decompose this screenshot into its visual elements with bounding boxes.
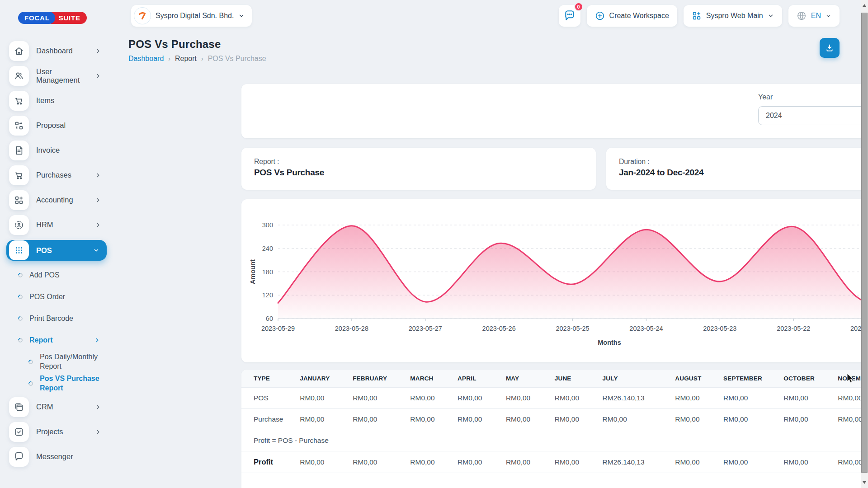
language-selector[interactable]: EN — [788, 5, 840, 27]
sidebar-item-label: HRM — [36, 221, 95, 229]
app-window: FOCAL SUITE DashboardUser ManagementItem… — [0, 0, 868, 488]
column-header-march: MARCH — [410, 370, 458, 388]
invoice-icon — [9, 141, 29, 160]
duration-label: Duration : — [619, 158, 868, 166]
chevron-down-icon — [826, 13, 831, 19]
chevron-down-icon — [93, 247, 99, 253]
focal-suite-logo[interactable]: FOCAL SUITE — [18, 12, 87, 24]
page-title: POS Vs Purchase — [128, 38, 266, 51]
workspace-logo — [134, 7, 151, 24]
plus-circle-icon — [595, 11, 605, 21]
sidebar-item-projects[interactable]: Projects — [0, 419, 113, 444]
column-header-january: JANUARY — [300, 370, 353, 388]
sidebar-item-items[interactable]: Items — [0, 88, 113, 113]
duration-value: Jan-2024 to Dec-2024 — [619, 168, 868, 178]
breadcrumb-dashboard-link[interactable]: Dashboard — [128, 55, 164, 63]
y-tick-label: 240 — [262, 245, 273, 252]
sidebar-item-user-management[interactable]: User Management — [0, 63, 113, 88]
sidebar-item-accounting[interactable]: Accounting — [0, 188, 113, 212]
sidebar-item-pos-order[interactable]: POS Order — [0, 286, 113, 308]
crm-icon — [9, 397, 29, 417]
sidebar-item-purchases[interactable]: Purchases — [0, 163, 113, 188]
home-icon — [9, 41, 29, 61]
chevron-right-icon — [95, 73, 101, 79]
grid-plus-icon — [692, 11, 702, 21]
sidebar-item-report[interactable]: Report — [0, 329, 113, 351]
sidebar-item-invoice[interactable]: Invoice — [0, 138, 113, 163]
sidebar-item-messenger[interactable]: Messenger — [0, 444, 113, 469]
x-tick-label: 2023-05-26 — [482, 325, 516, 332]
chevron-down-icon — [238, 13, 245, 19]
formula-note: Profit = POS - Purchase — [241, 430, 868, 451]
sidebar-item-label: Invoice — [36, 146, 113, 155]
table-row-formula-note: Profit = POS - Purchase — [241, 430, 868, 451]
table-row-profit[interactable]: ProfitRM0,00RM0,00RM0,00RM0,00RM0,00RM0,… — [241, 451, 868, 473]
column-header-june: JUNE — [555, 370, 603, 388]
column-header-april: APRIL — [458, 370, 506, 388]
sidebar-nav: DashboardUser ManagementItemsProposalInv… — [0, 38, 113, 469]
amount-cell: RM0,00 — [300, 388, 353, 409]
web-main-selector[interactable]: Syspro Web Main — [684, 5, 782, 27]
amount-cell: RM0,00 — [723, 451, 783, 473]
main-area: Syspro Digital Sdn. Bhd. 0 Create Worksp… — [113, 0, 861, 488]
chat-button[interactable]: 0 — [559, 5, 580, 27]
chevron-right-icon — [95, 197, 101, 203]
breadcrumb-report-link[interactable]: Report — [175, 55, 197, 63]
amount-cell: RM26.140,13 — [603, 388, 675, 409]
filter-card: Year 2024 — [241, 84, 868, 138]
sidebar-item-proposal[interactable]: Proposal — [0, 113, 113, 138]
column-header-august: AUGUST — [675, 370, 723, 388]
year-select[interactable]: 2024 — [758, 106, 868, 125]
download-report-button[interactable] — [820, 38, 840, 58]
column-header-july: JULY — [603, 370, 675, 388]
report-value: POS Vs Purchase — [254, 168, 583, 178]
sidebar-item-add-pos[interactable]: Add POS — [0, 264, 113, 286]
chevron-right-icon — [95, 404, 101, 410]
x-tick-label: 2023-05-28 — [335, 325, 368, 332]
sidebar-item-crm[interactable]: CRM — [0, 394, 113, 419]
report-table-card: TYPEJANUARYFEBRUARYMARCHAPRILMAYJUNEJULY… — [241, 370, 868, 488]
logo-suite: SUITE — [51, 12, 87, 24]
table-row-pos[interactable]: POSRM0,00RM0,00RM0,00RM0,00RM0,00RM0,00R… — [241, 388, 868, 409]
bullet-icon — [17, 337, 24, 343]
sidebar-subitem-label: Add POS — [29, 271, 60, 280]
bullet-icon — [17, 294, 24, 300]
scrollbar-up-arrow-icon[interactable] — [863, 4, 866, 7]
amount-cell: RM0,00 — [555, 409, 603, 430]
chevron-right-icon — [95, 172, 101, 178]
pos-vs-purchase-area-chart[interactable]: 300240180120602023-05-292023-05-282023-0… — [241, 199, 868, 362]
sidebar-item-dashboard[interactable]: Dashboard — [0, 38, 113, 63]
sidebar-item-pos-vs-purchase-report[interactable]: Pos VS Purchase Report — [0, 373, 113, 394]
vertical-scrollbar[interactable] — [861, 0, 868, 488]
sidebar-item-print-barcode[interactable]: Print Barcode — [0, 308, 113, 329]
topbar: Syspro Digital Sdn. Bhd. 0 Create Worksp… — [113, 0, 861, 32]
table-row-purchase[interactable]: PurchaseRM0,00RM0,00RM0,00RM0,00RM0,00RM… — [241, 409, 868, 430]
logo-focal: FOCAL — [18, 12, 55, 24]
sidebar-item-label: User Management — [36, 67, 95, 84]
page-header: POS Vs Purchase Dashboard › Report › POS… — [113, 32, 861, 63]
scrollbar-down-arrow-icon[interactable] — [863, 481, 866, 484]
hrm-icon — [9, 215, 29, 235]
sidebar-item-label: POS — [36, 246, 93, 255]
area-fill — [278, 226, 868, 319]
scrollbar-thumb[interactable] — [861, 13, 868, 473]
sidebar-subitem-label: Report — [29, 336, 53, 345]
sidebar-item-hrm[interactable]: HRM — [0, 212, 113, 237]
y-tick-label: 120 — [262, 291, 273, 299]
y-axis-title: Amount — [249, 259, 256, 284]
x-tick-label: 2023-05-25 — [556, 325, 589, 332]
chevron-down-icon — [768, 13, 774, 19]
sidebar-subitem-label: Print Barcode — [29, 314, 73, 324]
sidebar-item-pos[interactable]: POS — [6, 240, 107, 261]
amount-cell: RM0,00 — [675, 388, 723, 409]
y-tick-label: 180 — [262, 268, 273, 276]
amount-cell: RM0,00 — [353, 451, 410, 473]
sidebar-item-pos-daily-monthly-report[interactable]: Pos Daily/Monthly Report — [0, 351, 113, 373]
row-label: Purchase — [241, 409, 300, 430]
create-workspace-button[interactable]: Create Workspace — [587, 5, 677, 27]
sidebar-item-label: Proposal — [36, 121, 113, 130]
workspace-selector[interactable]: Syspro Digital Sdn. Bhd. — [131, 5, 252, 27]
amount-cell: RM0,00 — [675, 451, 723, 473]
amount-cell: RM0,00 — [506, 388, 555, 409]
chart-card: 300240180120602023-05-292023-05-282023-0… — [241, 199, 868, 362]
